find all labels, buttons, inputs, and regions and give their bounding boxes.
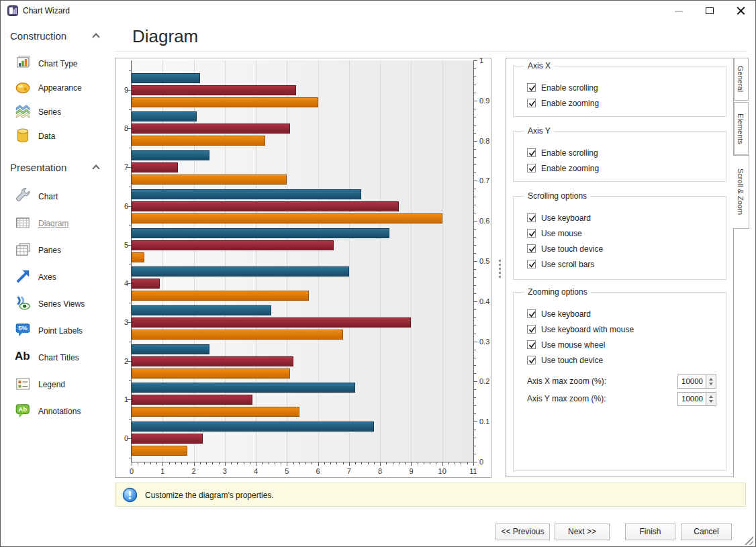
sidebar-item-chart[interactable]: Chart: [13, 186, 109, 207]
secondary-axis-tick: [474, 381, 477, 382]
x-axis-tick: [473, 462, 474, 466]
y-axis-tick: [127, 128, 131, 129]
spinner-down-icon[interactable]: [709, 383, 713, 385]
sidebar-item-label: Legend: [38, 380, 65, 389]
spinner-buttons[interactable]: [706, 393, 716, 405]
secondary-axis-tick: [474, 342, 477, 342]
bar-cat3-blue: [132, 305, 271, 315]
secondary-axis-label: 0.5: [479, 257, 489, 265]
sidebar-item-label: Series Views: [38, 299, 85, 309]
scroll-zoom-panel: Axis XEnable scrollingEnable zoomingAxis…: [506, 58, 734, 477]
data-icon: [14, 127, 32, 144]
sidebar-item-chart-titles[interactable]: AbChart Titles: [13, 347, 109, 368]
x-axis-tick: [256, 462, 256, 466]
sidebar-item-point-labels[interactable]: 5%Point Labels: [13, 320, 109, 342]
x-axis-tick: [380, 462, 381, 466]
x-axis-label: 10: [434, 467, 451, 475]
spinner-value: 10000: [678, 395, 703, 403]
spinner-down-icon[interactable]: [709, 400, 713, 403]
x-axis-tick: [162, 462, 163, 466]
checkbox-label: Enable scrolling: [541, 83, 598, 93]
cancel-button[interactable]: Cancel: [681, 524, 732, 540]
checkbox-label: Use scroll bars: [541, 260, 594, 269]
sidebar-item-axes[interactable]: Axes: [13, 266, 109, 288]
tab-elements[interactable]: Elements: [734, 102, 749, 155]
x-axis-tick: [194, 462, 195, 466]
checkbox-icon: [527, 83, 536, 92]
bar-cat8-orange: [132, 136, 265, 146]
x-axis-tick: [225, 462, 226, 466]
bar-cat0-blue: [132, 421, 374, 432]
bar-cat5-red: [132, 240, 334, 250]
sidebar-item-annotations[interactable]: AbAnnotations: [13, 401, 109, 422]
chart-preview[interactable]: 01234567890123456789101100.10.20.30.40.5…: [115, 58, 491, 478]
gridline: [411, 60, 412, 462]
maximize-button[interactable]: [700, 3, 720, 18]
legend-icon: [14, 375, 32, 393]
sidebar-item-chart-type[interactable]: Chart Type: [13, 53, 109, 74]
checkbox-icon: [527, 99, 536, 107]
sidebar-item-label: Annotations: [38, 407, 81, 416]
checkbox-label: Enable scrolling: [541, 148, 598, 158]
checkbox-label: Use keyboard: [541, 309, 591, 319]
sidebar-item-diagram[interactable]: Diagram: [13, 213, 109, 234]
next-button[interactable]: Next >>: [555, 524, 610, 540]
resize-grip[interactable]: [743, 535, 753, 545]
section-label: Presentation: [10, 162, 66, 173]
y-axis-tick: [127, 322, 131, 323]
group-zooming-options: Zooming optionsUse keyboardUse keyboard …: [513, 292, 726, 471]
previous-button[interactable]: << Previous: [495, 524, 550, 540]
close-button[interactable]: [730, 3, 751, 18]
minimize-button[interactable]: [669, 3, 689, 18]
checkbox-icon: [527, 213, 536, 222]
title-bar: Chart Wizard: [1, 1, 755, 21]
checkbox-icon: [527, 260, 536, 268]
secondary-axis-tick: [474, 421, 477, 422]
checkbox-icon: [527, 325, 536, 334]
tab-general[interactable]: General: [734, 58, 749, 101]
sidebar-item-appearance[interactable]: Appearance: [13, 77, 109, 99]
spinner-up-icon[interactable]: [709, 378, 713, 381]
spinner-buttons[interactable]: [706, 375, 716, 388]
sidebar-item-label: Chart Type: [38, 59, 77, 68]
secondary-axis-label: 0.7: [479, 177, 489, 185]
spinner-label-axis-x-max-zoom: Axis X max zoom (%):: [527, 377, 606, 386]
spinner-axis-x-max-zoom[interactable]: 10000: [677, 375, 716, 389]
group-scrolling-options: Scrolling optionsUse keyboardUse mouseUs…: [513, 196, 726, 280]
sidebar-item-legend[interactable]: Legend: [13, 374, 109, 395]
bar-cat4-blue: [132, 266, 349, 277]
tab-scroll-zoom[interactable]: Scroll & Zoom: [733, 155, 749, 229]
secondary-axis-tick: [474, 60, 477, 61]
x-axis-label: 3: [217, 467, 233, 475]
section-header-presentation[interactable]: Presentation: [10, 162, 104, 177]
finish-button[interactable]: Finish: [625, 524, 675, 540]
bar-cat6-blue: [132, 189, 361, 199]
sidebar-item-data[interactable]: Data: [13, 126, 109, 147]
bar-cat5-blue: [132, 228, 389, 238]
checkbox-icon: [527, 229, 536, 238]
sidebar-item-series-views[interactable]: Series Views: [13, 293, 109, 315]
panel-splitter[interactable]: [496, 58, 503, 478]
bar-cat9-blue: [132, 73, 200, 83]
secondary-axis-tick: [474, 261, 477, 262]
y-axis-tick: [127, 167, 131, 168]
secondary-axis-label: 0.2: [479, 377, 489, 385]
y-axis-tick: [127, 245, 131, 246]
bar-cat6-orange: [132, 213, 442, 223]
app-icon: [7, 5, 18, 16]
section-header-construction[interactable]: Construction: [10, 30, 104, 45]
checkbox-icon: [527, 340, 536, 349]
diagram-icon: [14, 214, 32, 232]
bar-cat2-red: [132, 356, 293, 366]
secondary-axis-label: 0.9: [479, 97, 489, 105]
bar-cat7-red: [132, 162, 178, 172]
sidebar-item-series[interactable]: Series: [13, 101, 109, 123]
x-axis-tick: [287, 462, 287, 466]
svg-text:Ab: Ab: [18, 405, 27, 413]
checkbox-icon: [527, 244, 536, 253]
spinner-up-icon[interactable]: [709, 395, 713, 398]
sidebar-item-panes[interactable]: Panes: [13, 240, 109, 261]
bar-cat9-red: [132, 85, 296, 95]
spinner-axis-y-max-zoom[interactable]: 10000: [677, 392, 716, 406]
bar-cat5-orange: [132, 252, 144, 262]
